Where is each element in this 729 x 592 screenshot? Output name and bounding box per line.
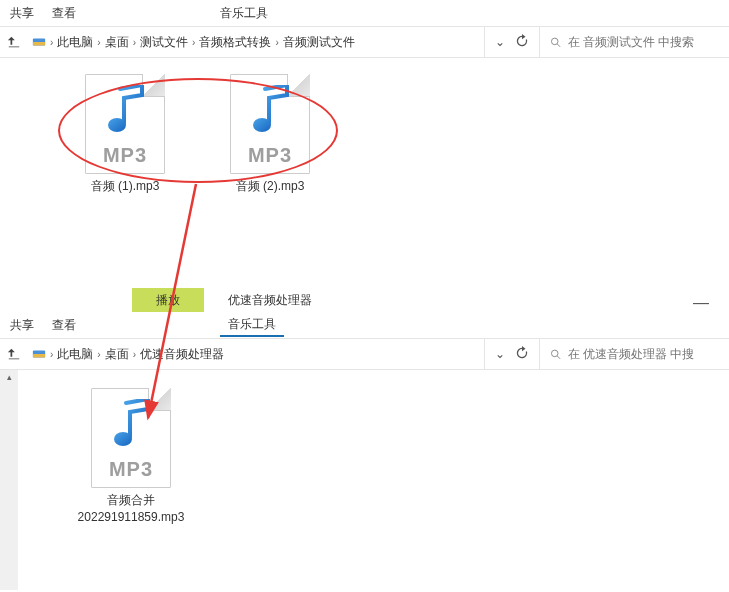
address-controls: ⌄ <box>484 27 539 57</box>
folder-up-icon <box>7 35 21 49</box>
chevron-right-icon: › <box>275 37 278 48</box>
play-tab[interactable]: 播放 <box>132 288 204 312</box>
refresh-button[interactable] <box>515 34 529 51</box>
crumb-4[interactable]: 音频测试文件 <box>283 34 355 51</box>
chevron-right-icon: › <box>50 37 53 48</box>
nav-up-button[interactable] <box>0 35 28 49</box>
file-name: 音频 (2).mp3 <box>236 178 305 195</box>
search-icon <box>550 348 562 361</box>
menu-share[interactable]: 共享 <box>10 317 34 334</box>
svg-point-4 <box>108 118 126 132</box>
scroll-up-icon[interactable]: ▴ <box>7 370 12 384</box>
address-bar: › 此电脑 › 桌面 › 优速音频处理器 ⌄ <box>0 338 729 370</box>
search-input[interactable] <box>568 35 719 49</box>
svg-line-3 <box>557 43 560 46</box>
drive-icon <box>32 347 46 361</box>
scrollbar[interactable]: ▴ <box>0 370 18 590</box>
menu-share[interactable]: 共享 <box>10 5 34 22</box>
address-controls: ⌄ <box>484 339 539 369</box>
drive-icon <box>32 35 46 49</box>
file-pane[interactable]: ▴ MP3 音频合并202291911859.mp3 <box>0 370 729 590</box>
mp3-file-icon: MP3 <box>85 74 165 174</box>
search-box[interactable] <box>539 339 729 369</box>
chevron-right-icon: › <box>50 349 53 360</box>
file-type-label: MP3 <box>92 458 170 481</box>
menubar: 共享 查看 音乐工具 <box>0 0 729 26</box>
history-dropdown[interactable]: ⌄ <box>495 35 505 49</box>
file-type-label: MP3 <box>86 144 164 167</box>
history-dropdown[interactable]: ⌄ <box>495 347 505 361</box>
breadcrumb[interactable]: › 此电脑 › 桌面 › 优速音频处理器 <box>28 346 484 363</box>
window-title: 优速音频处理器 <box>228 288 312 312</box>
file-item[interactable]: MP3 音频 (2).mp3 <box>205 74 335 195</box>
svg-point-5 <box>253 118 271 132</box>
nav-up-button[interactable] <box>0 347 28 361</box>
file-type-label: MP3 <box>231 144 309 167</box>
search-icon <box>550 36 562 49</box>
title-bar: 播放 优速音频处理器 — <box>0 288 729 312</box>
minimize-button[interactable]: — <box>693 294 709 312</box>
address-bar: › 此电脑 › 桌面 › 测试文件 › 音频格式转换 › 音频测试文件 ⌄ <box>0 26 729 58</box>
file-item[interactable]: MP3 音频合并202291911859.mp3 <box>66 388 196 526</box>
svg-line-9 <box>557 355 560 358</box>
svg-rect-1 <box>33 42 45 46</box>
music-note-icon <box>110 399 154 449</box>
svg-point-8 <box>551 350 558 357</box>
search-box[interactable] <box>539 27 729 57</box>
menu-music-tools[interactable]: 音乐工具 <box>220 1 268 25</box>
crumb-0[interactable]: 此电脑 <box>57 34 93 51</box>
crumb-1[interactable]: 桌面 <box>105 346 129 363</box>
crumb-1[interactable]: 桌面 <box>105 34 129 51</box>
chevron-right-icon: › <box>192 37 195 48</box>
file-name: 音频 (1).mp3 <box>91 178 160 195</box>
music-note-icon <box>249 85 293 135</box>
menu-view[interactable]: 查看 <box>52 317 76 334</box>
chevron-right-icon: › <box>97 349 100 360</box>
file-item[interactable]: MP3 音频 (1).mp3 <box>60 74 190 195</box>
svg-point-10 <box>114 432 132 446</box>
svg-point-2 <box>551 38 558 45</box>
file-name: 音频合并202291911859.mp3 <box>78 492 185 526</box>
refresh-button[interactable] <box>515 346 529 363</box>
chevron-right-icon: › <box>133 349 136 360</box>
breadcrumb[interactable]: › 此电脑 › 桌面 › 测试文件 › 音频格式转换 › 音频测试文件 <box>28 34 484 51</box>
chevron-right-icon: › <box>97 37 100 48</box>
music-note-icon <box>104 85 148 135</box>
folder-up-icon <box>7 347 21 361</box>
crumb-0[interactable]: 此电脑 <box>57 346 93 363</box>
chevron-right-icon: › <box>133 37 136 48</box>
menu-view[interactable]: 查看 <box>52 5 76 22</box>
crumb-2[interactable]: 优速音频处理器 <box>140 346 224 363</box>
search-input[interactable] <box>568 347 719 361</box>
top-window: 共享 查看 音乐工具 › 此电脑 › 桌面 › 测试文件 › 音频格式转换 › … <box>0 0 729 288</box>
menubar: 共享 查看 音乐工具 <box>0 312 729 338</box>
menu-music-tools[interactable]: 音乐工具 <box>220 313 284 337</box>
crumb-3[interactable]: 音频格式转换 <box>199 34 271 51</box>
mp3-file-icon: MP3 <box>230 74 310 174</box>
bottom-window: 播放 优速音频处理器 — 共享 查看 音乐工具 › 此电脑 › 桌面 › 优速音… <box>0 288 729 590</box>
mp3-file-icon: MP3 <box>91 388 171 488</box>
crumb-2[interactable]: 测试文件 <box>140 34 188 51</box>
file-pane[interactable]: MP3 音频 (1).mp3 MP3 音频 (2).mp3 <box>0 58 729 288</box>
svg-rect-7 <box>33 354 45 358</box>
